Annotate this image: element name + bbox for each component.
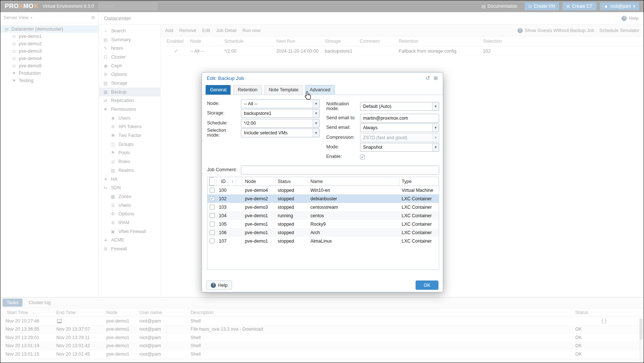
row-checkbox[interactable]	[210, 239, 215, 243]
field-row-notification-mode: Notification mode: Default (Auto)▼	[326, 102, 439, 111]
sort-asc-icon: ↑	[230, 177, 236, 186]
cell-type: LXC Container	[399, 213, 439, 218]
select-all-checkbox[interactable]	[209, 177, 214, 186]
dropdown-arrow-icon[interactable]: ▼	[432, 143, 439, 151]
tab-general[interactable]: General	[206, 85, 231, 95]
storage-select[interactable]: backupstore1▼	[241, 109, 320, 118]
col-id[interactable]: ID↑	[217, 177, 243, 186]
node-label: Node:	[207, 101, 241, 106]
send-email-value: Always	[363, 125, 378, 130]
guest-row-104[interactable]: 104 pve-demo1 running centos LXC Contain…	[207, 211, 439, 220]
mode-select[interactable]: Snapshot▼	[360, 143, 439, 152]
dialog-title-icons: ↺ ⊗	[426, 75, 438, 81]
tab-retention[interactable]: Retention	[233, 85, 262, 95]
dropdown-arrow-icon[interactable]: ▼	[313, 109, 319, 117]
node-value: -- All --	[244, 101, 257, 106]
cell-type: LXC Container	[399, 196, 439, 201]
guest-grid: ID↑ Node Status Name Type 100 pve-demo4 …	[207, 177, 439, 270]
field-row-selection-mode: Selection mode: Include selected VMs▼	[207, 128, 320, 137]
tab-advanced[interactable]: Advanced	[305, 85, 335, 95]
guest-row-102[interactable]: 102 pve-demo2 stopped debianbuster LXC C…	[207, 194, 439, 203]
guest-row-105[interactable]: 105 pve-demo1 stopped Rocky9 LXC Contain…	[207, 220, 439, 228]
col-type[interactable]: Type	[399, 177, 439, 186]
guest-row-103[interactable]: 103 pve-demo3 stopped centosstream LXC C…	[207, 203, 439, 211]
cell-status: stopped	[275, 188, 308, 193]
guest-row-107[interactable]: 107 pve-demo1 stopped AlmaLinux LXC Cont…	[207, 237, 439, 245]
schedule-combo[interactable]: */2:00▼	[241, 119, 320, 128]
job-comment-input[interactable]	[244, 168, 436, 173]
cell-status: stopped	[275, 205, 308, 210]
field-row-job-comment: Job Comment:	[207, 166, 439, 175]
select-all-checkbox-cell	[207, 177, 217, 186]
compression-label: Compression:	[326, 135, 360, 140]
notification-mode-select[interactable]: Default (Auto)▼	[360, 102, 439, 111]
dialog-title: Edit: Backup Job	[207, 75, 244, 81]
field-row-node: Node: -- All --▼	[207, 99, 320, 108]
dropdown-arrow-icon[interactable]: ▼	[432, 102, 439, 110]
send-email-select[interactable]: Always▼	[360, 123, 439, 132]
col-status[interactable]: Status	[275, 177, 308, 186]
dropdown-arrow-icon[interactable]: ▼	[313, 119, 319, 127]
cell-id: 102	[217, 196, 243, 201]
send-email-label: Send email:	[326, 125, 360, 130]
row-checkbox[interactable]	[210, 205, 215, 209]
dialog-titlebar[interactable]: Edit: Backup Job ↺ ⊗	[202, 73, 443, 84]
job-comment-input-wrap	[241, 166, 439, 175]
dropdown-arrow-icon[interactable]: ▼	[313, 100, 319, 108]
row-checkbox[interactable]	[210, 188, 215, 193]
dropdown-arrow-icon: ▼	[432, 134, 439, 142]
selection-mode-value: Include selected VMs	[244, 130, 288, 135]
cell-name: Win10-en	[308, 188, 399, 193]
dropdown-arrow-icon[interactable]: ▼	[432, 124, 439, 132]
guest-row-100[interactable]: 100 pve-demo4 stopped Win10-en Virtual M…	[207, 186, 439, 194]
tab-note-template[interactable]: Note Template	[264, 85, 303, 95]
storage-value: backupstore1	[244, 111, 271, 116]
close-icon[interactable]: ⊗	[433, 75, 438, 81]
notification-mode-value: Default (Auto)	[363, 104, 391, 109]
field-row-send-email-to: Send email to:	[326, 114, 439, 123]
row-checkbox[interactable]	[210, 230, 215, 235]
compression-select: ZSTD (fast and good)▼	[360, 133, 439, 142]
selection-mode-label: Selection mode:	[207, 128, 241, 138]
schedule-label: Schedule:	[207, 121, 241, 126]
cell-node: pve-demo2	[243, 196, 275, 201]
row-checkbox[interactable]	[210, 222, 215, 226]
dialog-help-button[interactable]: ?Help	[206, 281, 232, 290]
dialog-footer: ?Help OK	[206, 281, 438, 290]
ok-button[interactable]: OK	[416, 281, 438, 290]
send-email-to-input[interactable]	[363, 116, 436, 121]
mode-value: Snapshot	[363, 145, 383, 150]
help-icon: ?	[211, 283, 216, 288]
cell-id: 105	[217, 222, 243, 227]
cell-id: 104	[217, 213, 243, 218]
cell-type: LXC Container	[399, 239, 439, 244]
cell-id: 107	[217, 239, 243, 244]
cell-node: pve-demo1	[243, 230, 275, 235]
cell-name: centos	[308, 213, 399, 218]
cell-status: stopped	[275, 196, 308, 201]
guest-row-106[interactable]: 106 pve-demo1 stopped Arch LXC Container	[207, 228, 439, 237]
send-email-to-input-wrap	[360, 114, 439, 123]
send-email-to-label: Send email to:	[326, 116, 360, 121]
guest-header-row: ID↑ Node Status Name Type	[207, 177, 439, 186]
row-checkbox[interactable]	[210, 196, 215, 201]
col-name[interactable]: Name	[308, 177, 399, 186]
cell-status: stopped	[275, 222, 308, 227]
reset-icon[interactable]: ↺	[426, 75, 430, 81]
enable-checkbox[interactable]	[360, 155, 365, 159]
cell-name: Rocky9	[308, 222, 399, 227]
storage-label: Storage:	[207, 111, 241, 116]
cell-id: 103	[217, 205, 243, 210]
cell-name: debianbuster	[308, 196, 399, 201]
cell-status: stopped	[275, 230, 308, 235]
dropdown-arrow-icon[interactable]: ▼	[313, 129, 319, 137]
cell-id: 100	[217, 188, 243, 193]
col-node[interactable]: Node	[243, 177, 275, 186]
field-row-mode: Mode: Snapshot▼	[326, 143, 439, 152]
row-checkbox[interactable]	[210, 213, 215, 218]
node-select[interactable]: -- All --▼	[241, 99, 320, 108]
cell-node: pve-demo3	[243, 205, 275, 210]
dialog-help-label: Help	[218, 283, 228, 288]
cell-name: Arch	[308, 230, 399, 235]
selection-mode-select[interactable]: Include selected VMs▼	[241, 128, 320, 137]
